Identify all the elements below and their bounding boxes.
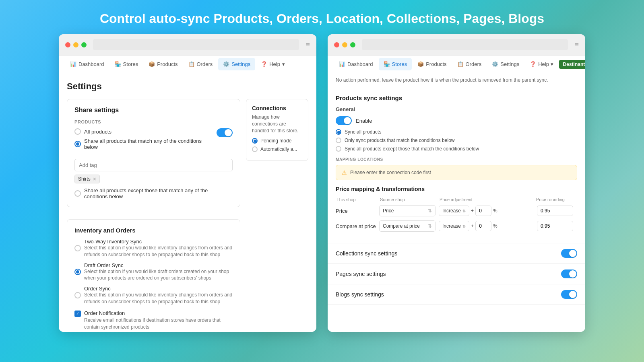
nav-settings-left[interactable]: ⚙️ Settings bbox=[218, 58, 255, 70]
stores-icon-left: 🏪 bbox=[115, 61, 121, 67]
right-content: No action performed, leave the product h… bbox=[328, 73, 585, 332]
products-toggle[interactable] bbox=[217, 128, 233, 137]
dashboard-icon-left: 📊 bbox=[70, 61, 76, 67]
menu-icon-right[interactable]: ≡ bbox=[574, 41, 579, 49]
right-nav: 📊 Dashboard 🏪 Stores 📦 Products 📋 Orders… bbox=[328, 56, 585, 73]
tag-input[interactable] bbox=[74, 159, 233, 171]
pages-sync-row: Pages sync settings bbox=[328, 264, 585, 284]
price-adj-2: Increase ⇅ + % bbox=[439, 221, 503, 231]
price-mapping-title: Price mapping & transformations bbox=[336, 186, 577, 192]
url-bar-left bbox=[93, 39, 299, 50]
close-button-right[interactable] bbox=[334, 42, 339, 47]
nav-settings-right[interactable]: ⚙️ Settings bbox=[487, 58, 524, 70]
nav-help-right[interactable]: ❓ Help ▾ bbox=[525, 58, 558, 70]
price-label-1: Price bbox=[336, 208, 376, 214]
pages-toggle[interactable] bbox=[561, 269, 577, 278]
radio-twoway[interactable]: Two-Way Inventory Sync Select this optio… bbox=[74, 239, 233, 258]
radio-circle-match bbox=[74, 141, 81, 147]
enable-label: Enable bbox=[356, 118, 372, 124]
radio-all-products[interactable]: All products bbox=[74, 128, 217, 135]
collections-toggle[interactable] bbox=[561, 249, 577, 258]
price-value-1[interactable] bbox=[475, 206, 491, 216]
conn-circle-auto bbox=[252, 146, 258, 152]
blogs-sync-label: Blogs sync settings bbox=[336, 291, 384, 298]
nav-stores-right[interactable]: 🏪 Stores bbox=[379, 58, 412, 70]
sync-all-radio[interactable]: Sync all products bbox=[336, 129, 577, 135]
nav-products-left[interactable]: 📦 Products bbox=[144, 58, 182, 70]
minimize-button-right[interactable] bbox=[342, 42, 347, 47]
right-titlebar: ≡ bbox=[328, 34, 585, 56]
plus-2: + bbox=[471, 223, 474, 229]
radio-draft[interactable]: Draft Order Sync Select this option if y… bbox=[74, 262, 233, 282]
share-settings-title: Share settings bbox=[74, 107, 119, 114]
price-rounding-1[interactable] bbox=[537, 206, 573, 216]
price-adj-select-2[interactable]: Increase ⇅ bbox=[439, 221, 469, 231]
nav-orders-left[interactable]: 📋 Orders bbox=[184, 58, 218, 70]
radio-circle-draft bbox=[74, 269, 81, 275]
help-icon-left: ❓ bbox=[261, 61, 267, 67]
connections-panel: Connections Manage how connections are h… bbox=[246, 99, 308, 332]
info-bar: No action performed, leave the product h… bbox=[328, 73, 585, 87]
sync-match-radio[interactable]: Only sync products that match the condit… bbox=[336, 138, 577, 143]
price-value-2[interactable] bbox=[475, 221, 491, 231]
close-button[interactable] bbox=[65, 42, 70, 47]
products-section-label: PRODUCTS bbox=[74, 119, 233, 124]
products-enable-toggle[interactable] bbox=[336, 116, 352, 125]
nav-dashboard-left[interactable]: 📊 Dashboard bbox=[65, 58, 109, 70]
products-sync-title: Products sync settings bbox=[336, 95, 577, 101]
order-notification[interactable]: ✓ Order Notification Receive email notif… bbox=[74, 310, 233, 331]
sync-except-radio[interactable]: Sync all products except those that matc… bbox=[336, 146, 577, 152]
price-table-header: This shop Source shop Price adjustment P… bbox=[336, 197, 577, 202]
nav-dashboard-right[interactable]: 📊 Dashboard bbox=[334, 58, 378, 70]
radio-circle-order bbox=[74, 292, 81, 298]
windows-container: ≡ 📊 Dashboard 🏪 Stores 📦 Products 📋 Orde… bbox=[0, 34, 644, 332]
adj-chevron-1: ⇅ bbox=[462, 209, 466, 213]
menu-icon-left[interactable]: ≡ bbox=[305, 41, 310, 49]
price-source-select-1[interactable]: Price ⇅ bbox=[379, 205, 436, 216]
nav-help-left[interactable]: ❓ Help ▾ bbox=[256, 58, 290, 70]
maximize-button-right[interactable] bbox=[350, 42, 355, 47]
conn-radio-pending[interactable]: Pending mode bbox=[252, 138, 302, 144]
conn-circle-pending bbox=[252, 138, 258, 144]
connections-desc: Manage how connections are handled for t… bbox=[252, 114, 302, 134]
products-icon-left: 📦 bbox=[149, 61, 155, 67]
left-titlebar: ≡ bbox=[59, 34, 316, 56]
share-settings-card: Share settings PRODUCTS All products bbox=[67, 99, 240, 207]
nav-stores-left[interactable]: 🏪 Stores bbox=[110, 58, 143, 70]
price-source-select-2[interactable]: Compare at price ⇅ bbox=[379, 220, 436, 232]
warning-box: ⚠ Please enter the connection code first bbox=[336, 165, 577, 180]
collections-sync-label: Collections sync settings bbox=[336, 250, 397, 257]
right-window: ≡ 📊 Dashboard 🏪 Stores 📦 Products 📋 Orde… bbox=[328, 34, 585, 332]
nav-orders-right[interactable]: 📋 Orders bbox=[452, 58, 487, 70]
settings-heading: Settings bbox=[67, 81, 308, 92]
price-rounding-2[interactable] bbox=[537, 221, 573, 231]
radio-except-conditions[interactable]: Share all products except those that mat… bbox=[74, 187, 233, 200]
left-content: Settings Share settings PRODUCTS bbox=[59, 73, 316, 332]
conn-radio-auto[interactable]: Automatically a... bbox=[252, 146, 302, 152]
adj-chevron-2: ⇅ bbox=[462, 224, 466, 228]
minimize-button[interactable] bbox=[73, 42, 78, 47]
products-radio-group: All products Share all products that mat… bbox=[74, 128, 217, 150]
shirt-tag: Shirts × bbox=[74, 175, 100, 183]
destination-badge: Destinantion bbox=[559, 60, 585, 69]
help-chevron-left: ▾ bbox=[282, 61, 285, 67]
sync-except-circle bbox=[336, 146, 341, 152]
settings-icon-right: ⚙️ bbox=[492, 61, 498, 67]
radio-match-conditions[interactable]: Share all products that match any of the… bbox=[74, 138, 217, 150]
remove-tag-icon[interactable]: × bbox=[93, 176, 96, 182]
url-bar-right bbox=[362, 39, 568, 50]
pct-2: % bbox=[493, 223, 497, 229]
plus-1: + bbox=[471, 208, 474, 214]
select-chevron-2: ⇅ bbox=[428, 223, 432, 229]
price-adj-select-1[interactable]: Increase ⇅ bbox=[439, 206, 469, 216]
price-adj-1: Increase ⇅ + % bbox=[439, 206, 503, 216]
price-row-2: Compare at price Compare at price ⇅ Incr… bbox=[336, 220, 577, 232]
maximize-button[interactable] bbox=[81, 42, 87, 47]
notification-checkbox[interactable]: ✓ bbox=[74, 311, 81, 317]
radio-order-sync[interactable]: Order Sync Select this option if you wou… bbox=[74, 286, 233, 305]
price-label-2: Compare at price bbox=[336, 223, 376, 229]
collections-sync-row: Collections sync settings bbox=[328, 243, 585, 264]
nav-products-right[interactable]: 📦 Products bbox=[413, 58, 451, 70]
settings-icon-left: ⚙️ bbox=[223, 61, 229, 67]
blogs-toggle[interactable] bbox=[561, 290, 577, 299]
